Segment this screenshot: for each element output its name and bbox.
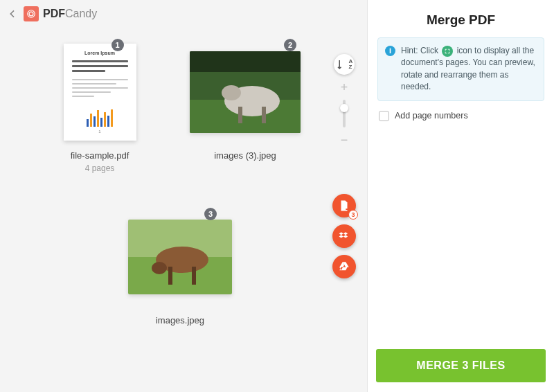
checkbox-icon[interactable]: [379, 111, 389, 121]
add-page-numbers-option[interactable]: Add page numbers: [379, 111, 543, 121]
brand-name: PDFCandy: [43, 8, 97, 20]
svg-point-12: [152, 262, 167, 274]
brand-mark-icon: [24, 6, 39, 21]
file-order-badge: 3: [204, 208, 217, 220]
pdf-thumbnail: Lorem Ipsum 1: [64, 44, 136, 141]
svg-rect-7: [262, 107, 266, 123]
hint-text: Hint: Click: [401, 46, 438, 55]
brand-logo[interactable]: PDFCandy: [24, 6, 97, 21]
file-order-badge: 2: [284, 39, 296, 51]
image-thumbnail: [190, 51, 301, 133]
side-panel: Merge PDF i Hint: Click icon to display …: [367, 0, 554, 392]
add-file-count-badge: 3: [348, 210, 358, 220]
info-icon: i: [385, 46, 395, 56]
zoom-handle[interactable]: [340, 104, 348, 112]
svg-point-1: [28, 10, 35, 18]
svg-rect-13: [168, 267, 172, 285]
svg-point-0: [29, 12, 33, 16]
file-name: images.jpeg: [156, 315, 204, 326]
file-pages: 4 pages: [85, 163, 115, 173]
header: PDFCandy: [0, 0, 367, 28]
file-name: file-sample.pdf: [71, 150, 129, 161]
file-grid: 1 Lorem Ipsum: [0, 28, 367, 392]
back-button[interactable]: [4, 6, 21, 22]
svg-rect-8: [190, 51, 301, 72]
image-thumbnail: [128, 220, 232, 294]
expand-pages-icon: [442, 46, 453, 57]
panel-title: Merge PDF: [368, 0, 554, 37]
dropbox-button[interactable]: [332, 224, 356, 248]
file-order-badge: 1: [111, 39, 124, 51]
checkbox-label: Add page numbers: [395, 111, 468, 121]
sort-az-button[interactable]: AZ: [334, 54, 355, 75]
merge-button[interactable]: MERGE 3 FILES: [376, 349, 546, 382]
google-drive-button[interactable]: [332, 255, 356, 278]
zoom-in-button[interactable]: +: [337, 80, 351, 94]
zoom-slider[interactable]: [343, 100, 346, 127]
file-item[interactable]: 2 images (3).jpeg: [176, 42, 314, 173]
file-item[interactable]: 1 Lorem Ipsum: [30, 42, 169, 173]
svg-rect-14: [192, 267, 196, 285]
svg-rect-6: [238, 107, 242, 123]
file-name: images (3).jpeg: [214, 150, 276, 161]
add-file-button[interactable]: + 3: [332, 194, 356, 217]
file-item[interactable]: 3 images.jpeg: [111, 206, 249, 326]
hint-box: i Hint: Click icon to display all the do…: [377, 37, 544, 101]
svg-point-5: [222, 85, 241, 100]
zoom-out-button[interactable]: −: [337, 133, 351, 147]
